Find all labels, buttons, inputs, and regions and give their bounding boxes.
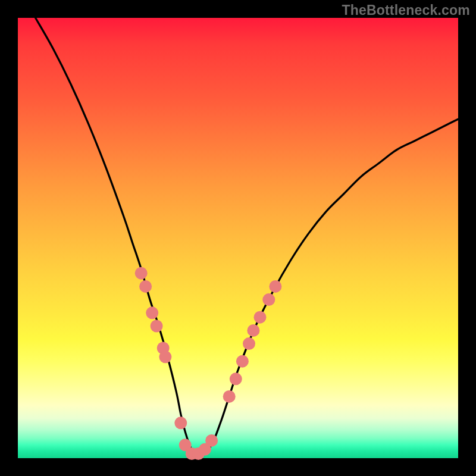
data-point xyxy=(223,390,236,403)
data-point xyxy=(247,324,259,337)
data-point xyxy=(174,416,187,429)
plot-area xyxy=(18,18,458,458)
data-point xyxy=(236,355,249,368)
data-point xyxy=(151,320,163,333)
data-point xyxy=(254,311,267,324)
data-point xyxy=(269,280,281,293)
data-point xyxy=(262,293,275,306)
chart-svg xyxy=(18,18,458,458)
bottleneck-curve xyxy=(36,18,458,455)
data-point xyxy=(230,372,242,385)
data-point xyxy=(243,337,255,350)
data-point xyxy=(139,280,152,293)
data-point xyxy=(205,434,218,447)
data-point xyxy=(159,350,171,363)
data-point xyxy=(146,306,158,319)
curve-points xyxy=(135,267,282,460)
data-point xyxy=(135,267,148,280)
chart-frame: TheBottleneck.com xyxy=(0,0,476,476)
watermark-text: TheBottleneck.com xyxy=(342,2,470,18)
